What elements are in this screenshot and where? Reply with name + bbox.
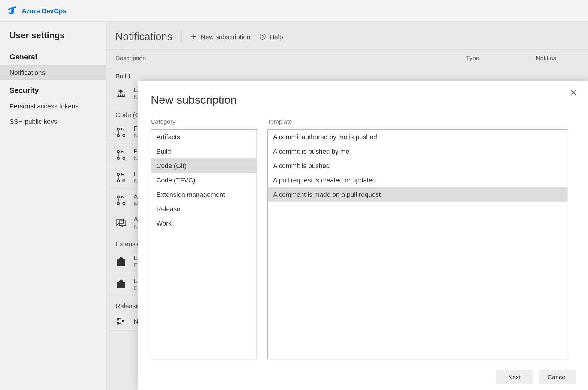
row-subtitle: N [134,132,138,140]
sidebar: User settings General Notifications Secu… [0,22,107,390]
template-item[interactable]: A comment is made on a pull request [268,187,567,202]
category-item[interactable]: Code (TFVC) [151,173,257,187]
svg-rect-17 [117,322,119,324]
sidebar-item-personal-access-tokens[interactable]: Personal access tokens [0,98,106,114]
col-description: Description [115,55,466,61]
bag-icon [115,279,127,290]
template-item[interactable]: A commit is pushed [268,158,567,173]
svg-point-12 [117,202,120,205]
svg-point-9 [117,180,120,182]
sidebar-group-general: General [0,46,106,65]
svg-point-2 [117,128,120,130]
col-notifies: Notifies [536,55,579,61]
svg-point-11 [117,196,120,198]
header-divider [181,31,181,42]
pr-icon [115,126,127,138]
row-subtitle: N [134,94,138,101]
svg-text:?: ? [261,34,264,39]
dialog-title: New subscription [151,93,575,107]
azure-devops-logo-icon [8,6,17,16]
category-item[interactable]: Artifacts [151,130,257,144]
column-headers: Description Type Notifies [107,50,588,66]
sidebar-title: User settings [0,31,106,47]
group-label: Build [107,66,588,82]
category-column: Category ArtifactsBuildCode (Git)Code (T… [151,118,257,359]
sidebar-group-security: Security [0,80,106,98]
help-button[interactable]: ? Help [259,33,283,40]
pr-icon [115,194,127,206]
svg-rect-15 [117,282,125,288]
pr-icon [115,149,127,161]
svg-point-3 [117,134,120,137]
svg-point-8 [117,173,120,176]
new-subscription-button[interactable]: New subscription [190,33,250,40]
sidebar-item-ssh-public-keys[interactable]: SSH public keys [0,114,106,129]
category-item[interactable]: Extension management [151,187,257,202]
template-item[interactable]: A pull request is created or updated [268,173,567,187]
svg-point-4 [123,134,125,137]
template-label: Template [267,118,568,125]
close-button[interactable] [570,89,578,97]
row-title: A [134,215,138,223]
bag-icon [115,256,127,267]
top-bar: Azure DevOps [0,0,588,22]
pr-icon [115,172,127,183]
row-subtitle: N [134,155,138,163]
row-subtitle: N [134,178,138,185]
svg-point-10 [123,180,125,182]
comment-icon [115,217,127,229]
category-item[interactable]: Code (Git) [151,158,257,173]
category-list: ArtifactsBuildCode (Git)Code (TFVC)Exten… [151,129,257,360]
category-item[interactable]: Work [151,216,257,230]
category-item[interactable]: Release [151,202,257,216]
template-item[interactable]: A commit authored by me is pushed [268,130,567,144]
row-subtitle: E [134,262,138,269]
next-button[interactable]: Next [496,370,533,384]
row-title: F [134,170,138,178]
svg-point-7 [123,157,125,159]
help-label: Help [270,33,283,40]
plus-icon [190,33,197,40]
page-header: Notifications New subscription ? Help [107,22,588,50]
svg-point-13 [123,202,125,205]
svg-point-6 [117,157,120,159]
template-column: Template A commit authored by me is push… [267,118,568,359]
col-type: Type [466,55,536,61]
svg-rect-18 [122,320,124,322]
template-item[interactable]: A commit is pushed by me [268,144,567,158]
template-list: A commit authored by me is pushedA commi… [267,129,568,360]
row-title: E [134,254,138,262]
brand-area[interactable]: Azure DevOps [8,6,66,16]
page-title: Notifications [115,31,172,43]
help-icon: ? [259,33,266,40]
build-icon [115,88,127,99]
brand-label: Azure DevOps [22,7,67,14]
row-subtitle: N [134,223,138,231]
cancel-button[interactable]: Cancel [538,370,576,384]
row-title: E [134,86,138,93]
row-title: F [134,125,138,132]
svg-rect-14 [117,260,125,265]
row-title: F [134,147,138,155]
row-subtitle: E [134,285,138,292]
dialog-footer: Next Cancel [138,364,588,390]
sidebar-item-notifications[interactable]: Notifications [0,65,106,80]
row-title: E [134,277,138,285]
release-icon [115,315,127,327]
new-subscription-dialog: New subscription Category ArtifactsBuild… [138,81,588,390]
category-item[interactable]: Build [151,144,257,158]
svg-rect-16 [117,318,119,320]
new-subscription-label: New subscription [201,33,250,40]
svg-point-5 [117,150,120,153]
category-label: Category [151,118,257,125]
